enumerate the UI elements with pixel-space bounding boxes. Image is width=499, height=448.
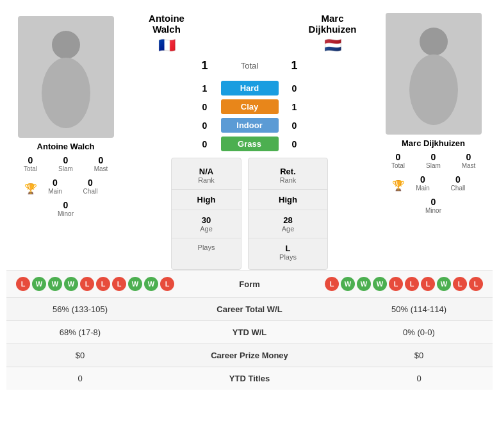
right-silhouette — [402, 22, 466, 125]
right-plays-item: L Plays — [249, 238, 327, 266]
right-age-label: Age — [282, 225, 295, 233]
hard-score-left: 1 — [195, 83, 215, 94]
surface-row-hard: 1 Hard 0 — [125, 81, 374, 95]
right-name-flag: MarcDijkhuizen 🇳🇱 — [294, 13, 371, 54]
right-stat-mast: 0 Mast — [451, 152, 486, 169]
indoor-score-right: 0 — [285, 120, 304, 131]
center-stats-boxes: N/A Rank High 30 Age Plays — [125, 158, 374, 270]
total-score-right: 1 — [285, 59, 304, 72]
right-player-section: Marc Dijkhuizen 0 Total 0 Slam 0 Mast 🏆 — [374, 6, 493, 270]
right-rank-item: Ret. Rank — [249, 162, 327, 190]
ytd-titles-right: 0 — [355, 374, 483, 383]
career-total-row: 56% (133-105) Career Total W/L 50% (114-… — [6, 297, 493, 320]
right-stat-total: 0 Total — [380, 152, 416, 169]
middle-section: AntoineWalch 🇫🇷 MarcDijkhuizen 🇳🇱 1 Tota… — [125, 6, 374, 270]
left-center-name: AntoineWalch — [149, 13, 184, 35]
ytd-wl-label: YTD W/L — [144, 328, 355, 337]
left-name-flag: AntoineWalch 🇫🇷 — [128, 13, 205, 54]
left-form-2: W — [32, 277, 46, 291]
svg-point-3 — [409, 54, 458, 125]
left-rank-label: Rank — [198, 176, 215, 184]
match-layout: Antoine Walch 0 Total 0 Slam 0 Mast 🏆 — [6, 6, 493, 270]
left-plays-label: Plays — [198, 244, 215, 251]
right-stat-slam: 0 Slam — [416, 152, 451, 169]
left-age-label: Age — [200, 225, 213, 233]
surface-row-clay: 0 Clay 1 — [125, 99, 374, 114]
left-form-10: L — [160, 277, 174, 291]
indoor-score-left: 0 — [195, 120, 215, 131]
left-player-section: Antoine Walch 0 Total 0 Slam 0 Mast 🏆 — [6, 6, 125, 270]
right-player-name: Marc Dijkhuizen — [402, 138, 465, 148]
right-rank-value: Ret. — [280, 167, 296, 176]
form-label: Form — [218, 279, 282, 289]
right-form-2: W — [341, 277, 355, 291]
right-form-9: L — [453, 277, 467, 291]
indoor-badge: Indoor — [221, 118, 279, 133]
right-player-stats: 0 Total 0 Slam 0 Mast 🏆 0 Main — [374, 152, 493, 219]
right-form-4: W — [373, 277, 387, 291]
left-high-item: High — [172, 190, 241, 210]
career-prize-row: $0 Career Prize Money $0 — [6, 344, 493, 367]
right-form-results: L W W W L L L W L L — [325, 277, 483, 291]
left-player-name: Antoine Walch — [37, 142, 95, 151]
right-form-6: L — [405, 277, 419, 291]
surface-row-grass: 0 Grass 0 — [125, 137, 374, 151]
right-flag: 🇳🇱 — [324, 37, 341, 54]
left-silhouette — [34, 26, 98, 128]
left-form-4: W — [64, 277, 78, 291]
left-form-3: W — [48, 277, 62, 291]
right-stat-main: 0 Main — [405, 174, 441, 192]
left-high-value: High — [197, 195, 216, 204]
left-player-stats: 0 Total 0 Slam 0 Mast 🏆 0 Main — [6, 155, 125, 222]
clay-score-right: 1 — [285, 102, 304, 112]
hard-score-right: 0 — [285, 83, 304, 94]
left-form-1: L — [16, 277, 30, 291]
svg-point-1 — [42, 58, 90, 128]
right-trophy-icon: 🏆 — [391, 174, 405, 197]
left-stat-slam: 0 Slam — [48, 155, 83, 172]
right-age-item: 28 Age — [249, 210, 327, 238]
grass-score-left: 0 — [195, 139, 215, 149]
clay-badge: Clay — [221, 99, 279, 114]
total-label: Total — [221, 61, 279, 71]
right-plays-label: Plays — [279, 253, 297, 261]
right-stat-chall: 0 Chall — [441, 174, 476, 192]
left-form-9: W — [144, 277, 158, 291]
right-center-name: MarcDijkhuizen — [308, 13, 356, 35]
left-age-item: 30 Age — [172, 210, 241, 238]
ytd-titles-left: 0 — [16, 374, 144, 383]
svg-point-0 — [52, 31, 80, 59]
ytd-wl-left: 68% (17-8) — [16, 328, 144, 337]
left-form-results: L W W W L L L W W L — [16, 277, 174, 291]
total-score-left: 1 — [195, 59, 215, 72]
main-container: Antoine Walch 0 Total 0 Slam 0 Mast 🏆 — [0, 0, 499, 396]
hard-badge: Hard — [221, 81, 279, 95]
right-form-7: L — [421, 277, 435, 291]
right-form-5: L — [389, 277, 403, 291]
left-stat-minor: 0 Minor — [48, 200, 83, 217]
career-total-left: 56% (133-105) — [16, 304, 144, 314]
left-form-6: L — [96, 277, 110, 291]
left-plays-item: Plays — [172, 238, 241, 256]
right-form-8: W — [437, 277, 451, 291]
career-total-right: 50% (114-114) — [355, 304, 483, 314]
left-player-photo — [18, 16, 114, 138]
right-form-3: W — [357, 277, 371, 291]
right-form-1: L — [325, 277, 339, 291]
left-trophy-icon: 🏆 — [24, 178, 38, 200]
left-stat-total: 0 Total — [13, 155, 48, 172]
right-rank-label: Rank — [280, 176, 297, 184]
career-prize-label: Career Prize Money — [144, 351, 355, 360]
left-stat-main: 0 Main — [38, 178, 73, 195]
career-total-label: Career Total W/L — [144, 304, 355, 314]
ytd-titles-label: YTD Titles — [144, 374, 355, 383]
grass-badge: Grass — [221, 137, 279, 151]
left-stat-mast: 0 Mast — [83, 155, 119, 172]
career-prize-right: $0 — [355, 351, 483, 360]
surface-row-indoor: 0 Indoor 0 — [125, 118, 374, 133]
ytd-wl-right: 0% (0-0) — [355, 328, 483, 337]
left-flag: 🇫🇷 — [158, 37, 176, 54]
ytd-wl-row: 68% (17-8) YTD W/L 0% (0-0) — [6, 320, 493, 344]
ytd-titles-row: 0 YTD Titles 0 — [6, 367, 493, 390]
right-high-item: High — [249, 190, 327, 210]
